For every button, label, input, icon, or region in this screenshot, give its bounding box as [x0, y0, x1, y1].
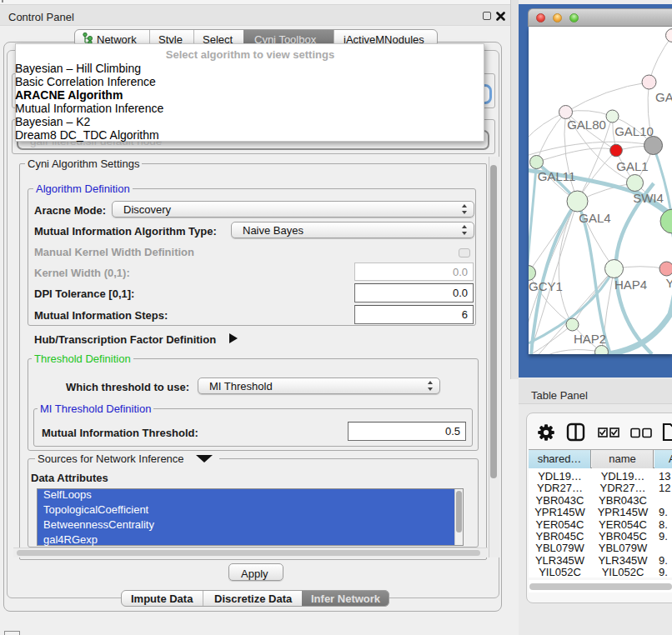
svg-text:Y: Y — [665, 276, 672, 290]
svg-text:GAL80: GAL80 — [567, 118, 606, 132]
svg-text:GCY1: GCY1 — [529, 279, 563, 293]
svg-text:SWI4: SWI4 — [633, 191, 664, 205]
svg-text:GAL10: GAL10 — [614, 124, 654, 138]
svg-text:GAL1: GAL1 — [616, 159, 648, 173]
svg-text:HAP4: HAP4 — [614, 278, 646, 292]
svg-text:HAP2: HAP2 — [573, 332, 605, 346]
svg-text:GAL4: GAL4 — [579, 211, 610, 225]
svg-text:GAL: GAL — [655, 90, 672, 104]
svg-text:GAL11: GAL11 — [537, 169, 575, 183]
